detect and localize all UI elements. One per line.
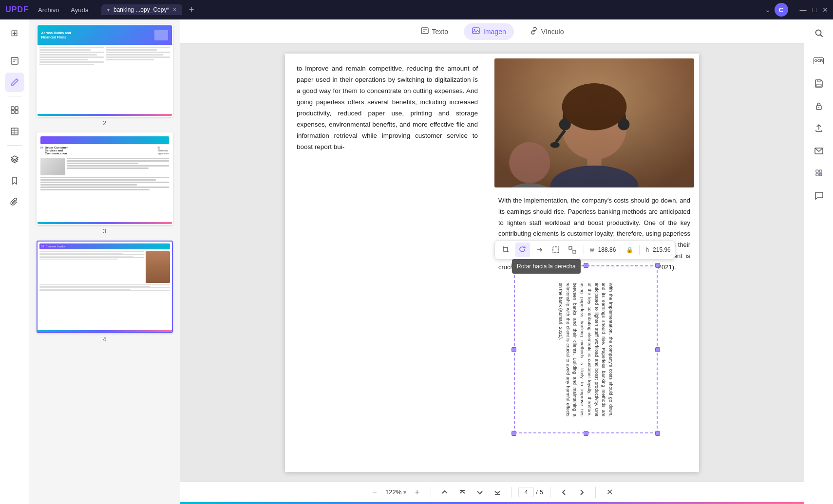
- imagen-icon: [472, 26, 480, 37]
- sidebar-item-annotation[interactable]: [5, 51, 24, 71]
- right-layers-icon[interactable]: [809, 163, 829, 183]
- svg-point-31: [550, 166, 639, 187]
- sidebar-item-layers[interactable]: [5, 149, 24, 169]
- float-replace-btn[interactable]: [565, 243, 580, 257]
- pdf-customer-image: [494, 58, 694, 187]
- menu-archivo[interactable]: Archivo: [33, 4, 64, 16]
- selection-box: With the implementation, the company's c…: [514, 265, 658, 433]
- sidebar-divider-1: [7, 47, 22, 47]
- sidebar-item-attachment[interactable]: [5, 192, 24, 212]
- tab-label: banking ...opy_Copy*: [114, 6, 169, 13]
- sidebar-divider-2: [7, 96, 22, 96]
- svg-rect-6: [15, 111, 18, 113]
- tab-add-button[interactable]: +: [189, 5, 194, 15]
- tab-close-button[interactable]: ×: [173, 6, 176, 13]
- toolbar-vinculo-btn[interactable]: Vínculo: [522, 23, 572, 40]
- right-divider-1: [812, 47, 826, 47]
- h-label: h: [645, 245, 649, 255]
- float-separator-3: [639, 245, 640, 255]
- close-nav-button[interactable]: ✕: [603, 485, 616, 499]
- float-rotate-right-btn[interactable]: [515, 243, 530, 257]
- zoom-level: 122%: [385, 488, 401, 496]
- handle-bottom-left[interactable]: [511, 431, 516, 436]
- svg-rect-18: [553, 247, 559, 253]
- handle-bottom-mid[interactable]: [584, 431, 588, 436]
- sidebar-item-edit[interactable]: [5, 73, 24, 92]
- svg-rect-5: [11, 111, 14, 113]
- app-logo: UPDF: [5, 3, 29, 17]
- right-sidebar: OCR: [804, 19, 833, 504]
- handle-top-mid[interactable]: [584, 263, 588, 268]
- document-tab[interactable]: ▾ banking ...opy_Copy* ×: [101, 4, 182, 15]
- pdf-view[interactable]: to improve and remain competitive, reduc…: [180, 44, 804, 482]
- page-current[interactable]: 4: [518, 487, 534, 497]
- svg-rect-46: [816, 173, 818, 176]
- tab-dropdown-arrow[interactable]: ▾: [107, 7, 110, 13]
- sidebar-item-thumbnails[interactable]: ⊞: [5, 23, 24, 43]
- nav-next-btn[interactable]: [575, 485, 588, 499]
- svg-rect-23: [494, 58, 694, 187]
- window-dropdown[interactable]: ⌄: [765, 6, 771, 14]
- thumbnail-3-img: 04 Better CustomerServices andCommunicat…: [37, 132, 173, 225]
- right-save-icon[interactable]: [809, 74, 829, 93]
- main-area: ⊞ Across Banks andFi: [0, 19, 833, 504]
- texto-icon: [420, 26, 429, 37]
- svg-point-29: [550, 142, 560, 148]
- nav-prev-btn[interactable]: [557, 485, 571, 499]
- svg-rect-4: [15, 107, 18, 110]
- right-chat-icon[interactable]: [809, 186, 829, 205]
- handle-left-mid[interactable]: [511, 347, 516, 352]
- svg-rect-12: [421, 28, 428, 34]
- right-export-icon[interactable]: [809, 118, 829, 138]
- nav-scroll-top-btn[interactable]: [455, 485, 469, 499]
- thumbnail-page-2[interactable]: Across Banks andFinancial Firms: [33, 24, 176, 127]
- close-button[interactable]: ✕: [822, 6, 828, 14]
- rotated-image-box[interactable]: w 188.86 🔒 h 215.96 Rotar hacia la derec…: [514, 265, 658, 433]
- page-input: 4 / 5: [518, 487, 543, 497]
- page-separator: /: [536, 488, 538, 496]
- thumb2-header-text: Across Banks andFinancial Firms: [41, 31, 71, 39]
- thumb3-lines2: [40, 177, 169, 190]
- nav-scroll-down-btn[interactable]: [473, 485, 487, 499]
- svg-point-32: [562, 83, 627, 130]
- menu-ayuda[interactable]: Ayuda: [66, 4, 94, 16]
- thumbnail-page-3[interactable]: 04 Better CustomerServices andCommunicat…: [33, 132, 176, 235]
- handle-right-mid[interactable]: [655, 347, 660, 352]
- nav-separator-1: [431, 487, 431, 498]
- float-toolbar: w 188.86 🔒 h 215.96 Rotar hacia la derec…: [494, 240, 675, 260]
- svg-point-27: [618, 118, 629, 130]
- user-avatar[interactable]: C: [775, 3, 788, 17]
- minimize-button[interactable]: —: [800, 6, 807, 14]
- maximize-button[interactable]: □: [813, 6, 816, 14]
- thumbnail-2-img: Across Banks andFinancial Firms: [37, 24, 173, 117]
- w-label: w: [590, 245, 594, 255]
- titlebar: UPDF Archivo Ayuda ▾ banking ...opy_Copy…: [0, 0, 833, 19]
- svg-point-42: [818, 107, 819, 108]
- toolbar-texto-btn[interactable]: Texto: [413, 23, 456, 40]
- zoom-out-button[interactable]: −: [368, 485, 381, 499]
- nav-scroll-up-btn[interactable]: [438, 485, 452, 499]
- svg-rect-40: [816, 84, 821, 87]
- nav-separator-2: [511, 487, 511, 498]
- zoom-in-button[interactable]: +: [410, 485, 424, 499]
- float-crop-btn[interactable]: [499, 243, 513, 257]
- zoom-dropdown[interactable]: ▾: [403, 489, 406, 496]
- handle-top-right[interactable]: [655, 263, 660, 268]
- handle-bottom-right[interactable]: [655, 431, 660, 436]
- thumbnail-page-4[interactable]: 03 Customer Loyalty: [33, 241, 176, 343]
- nav-scroll-bottom-btn[interactable]: [491, 485, 504, 499]
- right-email-icon[interactable]: [809, 141, 829, 160]
- right-lock-icon[interactable]: [809, 96, 829, 115]
- thumbnail-4-page-num: 4: [103, 336, 106, 343]
- sidebar-item-organize[interactable]: [5, 100, 24, 120]
- float-arrow-btn[interactable]: [532, 243, 547, 257]
- svg-point-26: [559, 118, 571, 130]
- right-ocr-icon[interactable]: OCR: [809, 51, 829, 71]
- toolbar-imagen-btn[interactable]: Imagen: [464, 23, 514, 40]
- svg-point-25: [562, 95, 627, 160]
- float-trim-btn[interactable]: [549, 243, 563, 257]
- sidebar-item-bookmark[interactable]: [5, 171, 24, 190]
- sidebar-item-table[interactable]: [5, 122, 24, 141]
- right-search-icon[interactable]: [809, 23, 829, 43]
- float-separator-2: [620, 245, 620, 255]
